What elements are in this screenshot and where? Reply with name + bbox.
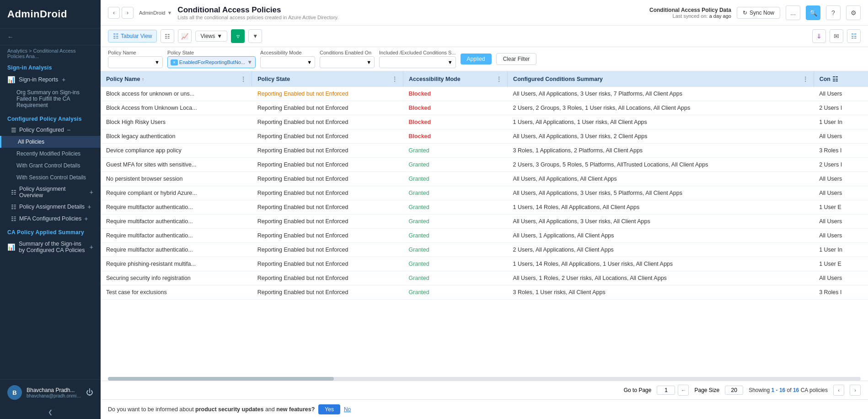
sidebar-group-mfa-configured[interactable]: ☷ MFA Configured Policies + [0, 213, 101, 225]
policy-state-value: Reporting Enabled but not Enforced [257, 289, 348, 295]
sidebar-item-with-grant[interactable]: With Grant Control Details [0, 160, 101, 172]
col-menu-policy-name[interactable]: ⋮ [241, 76, 246, 82]
expand-icon-4: + [84, 215, 88, 222]
filter-accessibility-select[interactable]: ▼ [260, 56, 315, 68]
search-btn[interactable]: 🔍 [806, 5, 820, 20]
bar-chart-icon: 📊 [7, 243, 15, 251]
clear-filter-btn[interactable]: Clear Filter [496, 53, 537, 65]
cell-policy-name: Test case for exclusions [101, 285, 252, 300]
cell-policy-state: Reporting Enabled but not Enforced [252, 257, 403, 271]
page-size-input[interactable] [725, 386, 743, 395]
cell-accessibility: Granted [403, 229, 508, 243]
sidebar-group-summary-signins[interactable]: 📊 Summary of the Sign-ins by Configured … [0, 237, 101, 257]
sidebar-item-recently-modified[interactable]: Recently Modified Policies [0, 148, 101, 160]
user-info: Bhavchana Pradh... bhavchana@pradh.onmic… [27, 387, 81, 398]
tabular-view-btn[interactable]: ☷ Tabular View [108, 30, 157, 43]
cell-col5: 2 Users I [814, 158, 868, 172]
more-options-btn[interactable]: ... [786, 5, 800, 20]
views-dropdown-btn[interactable]: Views ▼ [195, 31, 227, 42]
applied-btn[interactable]: Applied [461, 54, 492, 64]
chart-view-btn[interactable]: ☷ [161, 29, 174, 43]
col-menu-conditions[interactable]: ⋮ [803, 76, 808, 82]
cell-policy-state: Reporting Enabled but not Enforced [252, 158, 403, 172]
notif-yes-btn[interactable]: Yes [318, 404, 340, 414]
sync-now-label: Sync Now [750, 10, 774, 16]
list-icon: ☰ [11, 127, 16, 134]
sidebar-group-assignment-details[interactable]: ☷ Policy Assignment Details + [0, 201, 101, 213]
chart-icon: 📊 [7, 76, 15, 83]
sidebar-group-assignment-overview[interactable]: ☷ Policy Assignment Overview + [0, 183, 101, 201]
accessibility-value: Granted [409, 190, 429, 196]
org-summary-label: Org Summary on Sign-ins Failed to Fulfil… [16, 89, 93, 108]
accessibility-value: Granted [409, 261, 429, 267]
scrollbar-thumb[interactable] [108, 377, 334, 381]
settings-btn[interactable]: ⚙ [846, 5, 861, 20]
prev-page-btn[interactable]: ‹ [833, 385, 844, 396]
filter-policy-name-select[interactable]: ▼ [108, 56, 163, 68]
horizontal-scrollbar[interactable] [108, 377, 861, 381]
help-btn[interactable]: ? [826, 5, 841, 20]
sync-time: a day ago [709, 13, 731, 19]
sidebar-item-org-summary[interactable]: Org Summary on Sign-ins Failed to Fulfil… [0, 86, 101, 111]
filter-conditions-select[interactable]: ▼ [320, 56, 375, 68]
power-icon[interactable]: ⏻ [86, 388, 93, 397]
filter-included-select[interactable]: ▼ [379, 56, 456, 68]
notif-text: Do you want to be informed about product… [108, 406, 315, 413]
sidebar: AdminDroid ← Analytics > Conditional Acc… [0, 0, 101, 419]
sidebar-back-btn[interactable]: ← [0, 29, 101, 45]
table-row: Block access for unknown or uns...Report… [101, 87, 868, 101]
expand-icon-3: + [87, 203, 91, 210]
sidebar-collapse-btn[interactable]: ❮ [0, 405, 101, 419]
cell-accessibility: Blocked [403, 87, 508, 101]
col-menu-policy-state[interactable]: ⋮ [392, 76, 397, 82]
table-settings-icon[interactable]: ☷ [832, 75, 838, 83]
page-nav-back[interactable]: ← [678, 385, 689, 396]
filter-policy-state-select[interactable]: × EnabledForReportingButNo... ▼ [167, 56, 256, 68]
next-page-btn[interactable]: › [850, 385, 861, 396]
sort-icon-policy-name[interactable]: ↑ [142, 77, 144, 82]
th-policy-name: Policy Name ↑ ⋮ [101, 71, 252, 87]
sidebar-group-policy-configured[interactable]: ☰ Policy Configured − [0, 124, 101, 136]
cell-policy-state: Reporting Enabled but not Enforced [252, 271, 403, 285]
cell-policy-state: Reporting Enabled but not Enforced [252, 200, 403, 215]
analytics-view-btn[interactable]: 📈 [178, 29, 192, 43]
policy-state-value: Reporting Enabled but not Enforced [257, 247, 348, 253]
mail-btn[interactable]: ✉ [830, 29, 843, 43]
share-btn[interactable]: ☷ [847, 29, 861, 43]
accessibility-value: Blocked [409, 119, 431, 125]
nav-forward-btn[interactable]: › [122, 7, 134, 19]
policy-state-value: Reporting Enabled but not Enforced [257, 204, 348, 210]
cell-col5: 3 Roles I [814, 144, 868, 158]
filter-clear-icon[interactable]: ▼ [247, 59, 252, 65]
back-icon: ← [7, 33, 13, 40]
sidebar-item-all-policies[interactable]: All Policies [0, 136, 101, 148]
sidebar-item-with-session[interactable]: With Session Control Details [0, 172, 101, 183]
notif-no-btn[interactable]: No [344, 406, 351, 413]
th-accessibility: Accessibility Mode ⋮ [403, 71, 508, 87]
cell-policy-name: Block Access from Unknown Loca... [101, 101, 252, 115]
sidebar-item-signin-reports[interactable]: 📊 Sign-in Reports + [0, 73, 101, 86]
cell-col5: 1 User In [814, 115, 868, 129]
sync-now-btn[interactable]: ↻ Sync Now [737, 7, 780, 19]
mfa-configured-label: MFA Configured Policies [19, 215, 81, 222]
showing-text: Showing 1 - 16 of 16 CA policies [749, 387, 828, 393]
topbar-title-section: Conditional Access Policies Lists all th… [177, 5, 644, 20]
filter-options-btn[interactable]: ▼ [248, 29, 262, 43]
cell-conditions: All Users, All Applications, All Client … [508, 172, 814, 186]
section-configured-analysis: Configured Policy Analysis [0, 111, 101, 124]
sync-icon: ↻ [743, 10, 747, 16]
accessibility-value: Granted [409, 247, 429, 253]
page-input[interactable] [657, 386, 675, 395]
showing-range: 1 - 16 [772, 387, 786, 393]
sync-label: Conditional Access Policy Data [649, 7, 731, 13]
table-row: Device compliance app policyReporting En… [101, 144, 868, 158]
policy-state-value: Reporting Enabled but not Enforced [257, 133, 348, 140]
col-menu-accessibility[interactable]: ⋮ [496, 76, 502, 82]
cell-col5: 2 Users I [814, 101, 868, 115]
export-btn[interactable]: ⇓ [812, 29, 826, 43]
policy-state-value: Reporting Enabled but not Enforced [257, 275, 348, 281]
nav-back-btn[interactable]: ‹ [108, 7, 120, 19]
cell-policy-state: Reporting Enabled but not Enforced [252, 129, 403, 144]
cell-conditions: 1 Users, All Applications, 1 User risks,… [508, 115, 814, 129]
filter-active-btn[interactable]: ▿ [231, 29, 245, 43]
